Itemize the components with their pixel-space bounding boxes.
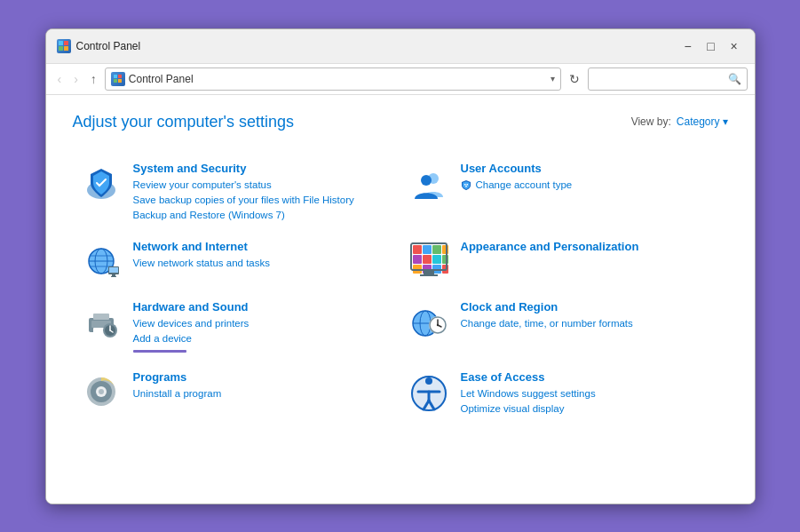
category-ease-of-access[interactable]: Ease of Access Let Windows suggest setti… — [400, 361, 728, 425]
system-security-icon — [80, 162, 123, 204]
svg-rect-23 — [111, 276, 116, 277]
ease-of-access-text: Ease of Access Let Windows suggest setti… — [461, 370, 596, 416]
suggest-settings-link[interactable]: Let Windows suggest settings — [461, 386, 596, 401]
address-dropdown-arrow[interactable]: ▾ — [550, 74, 555, 83]
network-status-link[interactable]: View network status and tasks — [133, 256, 270, 270]
maximize-button[interactable]: □ — [701, 36, 721, 56]
category-system-security[interactable]: System and Security Review your computer… — [73, 153, 400, 231]
svg-rect-12 — [466, 184, 468, 186]
uninstall-program-link[interactable]: Uninstall a program — [133, 386, 222, 401]
programs-title[interactable]: Programs — [133, 370, 222, 384]
search-icon[interactable]: 🔍 — [728, 73, 741, 85]
svg-rect-3 — [64, 46, 68, 51]
svg-rect-4 — [114, 75, 117, 78]
system-security-title[interactable]: System and Security — [133, 162, 354, 175]
view-by-arrow: ▾ — [723, 115, 728, 128]
svg-rect-11 — [464, 184, 466, 186]
review-status-link[interactable]: Review your computer's status — [133, 178, 354, 192]
svg-rect-0 — [59, 41, 63, 45]
user-accounts-text: User Accounts Change account type — [461, 162, 573, 192]
devices-printers-link[interactable]: View devices and printers — [133, 316, 250, 330]
window-controls: − □ × — [678, 36, 744, 56]
change-datetime-link[interactable]: Change date, time, or number formats — [461, 316, 633, 330]
svg-rect-38 — [420, 274, 438, 276]
appearance-text: Appearance and Personalization — [461, 240, 639, 256]
clock-region-links: Change date, time, or number formats — [461, 316, 633, 330]
search-input[interactable] — [594, 73, 728, 85]
clock-region-text: Clock and Region Change date, time, or n… — [461, 300, 633, 330]
svg-rect-7 — [118, 79, 122, 83]
search-bar[interactable]: 🔍 — [588, 67, 748, 91]
network-internet-title[interactable]: Network and Internet — [133, 240, 270, 253]
programs-icon — [80, 370, 123, 413]
clock-region-icon — [408, 300, 450, 343]
network-internet-text: Network and Internet View network status… — [133, 240, 270, 270]
clock-region-title[interactable]: Clock and Region — [461, 300, 633, 314]
navigation-bar: ‹ › ↑ Control Panel ▾ ↻ 🔍 — [46, 64, 755, 95]
appearance-icon — [408, 240, 450, 282]
optimize-display-link[interactable]: Optimize visual display — [461, 401, 596, 416]
svg-point-10 — [421, 175, 432, 186]
minimize-button[interactable]: − — [678, 36, 698, 56]
svg-point-55 — [436, 324, 438, 326]
user-accounts-title[interactable]: User Accounts — [461, 162, 573, 175]
svg-rect-22 — [112, 274, 115, 276]
svg-rect-2 — [59, 46, 63, 51]
title-bar: Control Panel − □ × — [46, 29, 755, 64]
category-user-accounts[interactable]: User Accounts Change account type — [400, 153, 728, 231]
hardware-sound-icon — [80, 300, 123, 343]
hardware-sound-title[interactable]: Hardware and Sound — [133, 300, 250, 314]
svg-rect-5 — [118, 75, 122, 78]
user-accounts-icon — [408, 162, 450, 204]
svg-rect-13 — [465, 186, 467, 187]
hardware-sound-links: View devices and printers Add a device — [133, 316, 250, 353]
svg-rect-24 — [413, 245, 422, 254]
svg-rect-29 — [423, 255, 432, 264]
change-account-type-link[interactable]: Change account type — [461, 178, 573, 192]
svg-rect-1 — [64, 41, 68, 45]
address-icon — [111, 72, 125, 86]
network-internet-icon — [80, 240, 123, 282]
hardware-sound-text: Hardware and Sound View devices and prin… — [133, 300, 250, 353]
address-bar[interactable]: Control Panel ▾ — [105, 67, 561, 91]
ease-of-access-links: Let Windows suggest settings Optimize vi… — [461, 386, 596, 416]
svg-rect-30 — [432, 255, 441, 264]
svg-point-59 — [99, 389, 104, 394]
forward-button[interactable]: › — [69, 69, 83, 89]
system-security-links: Review your computer's status Save backu… — [133, 178, 354, 222]
category-appearance[interactable]: Appearance and Personalization — [400, 231, 728, 291]
category-clock-region[interactable]: Clock and Region Change date, time, or n… — [400, 291, 728, 361]
svg-rect-25 — [423, 245, 432, 254]
category-network-internet[interactable]: Network and Internet View network status… — [73, 231, 400, 291]
backup-files-link[interactable]: Save backup copies of your files with Fi… — [133, 193, 354, 207]
svg-rect-21 — [109, 267, 118, 273]
refresh-button[interactable]: ↻ — [565, 69, 584, 89]
shield-badge-icon — [461, 179, 471, 190]
window-title: Control Panel — [76, 40, 678, 52]
back-button[interactable]: ‹ — [53, 69, 67, 89]
page-title: Adjust your computer's settings — [73, 113, 295, 131]
appearance-title[interactable]: Appearance and Personalization — [461, 240, 639, 253]
svg-rect-37 — [424, 270, 434, 274]
view-by-value-text: Category — [677, 115, 720, 128]
programs-text: Programs Uninstall a program — [133, 370, 222, 401]
close-button[interactable]: × — [725, 36, 744, 56]
category-hardware-sound[interactable]: Hardware and Sound View devices and prin… — [73, 291, 400, 361]
backup-restore-link[interactable]: Backup and Restore (Windows 7) — [133, 208, 354, 222]
svg-rect-26 — [432, 245, 441, 254]
control-panel-window: Control Panel − □ × ‹ › ↑ Control Panel … — [45, 28, 756, 504]
view-by-control: View by: Category ▾ — [631, 115, 728, 128]
system-security-text: System and Security Review your computer… — [133, 162, 354, 222]
add-device-link[interactable]: Add a device — [133, 331, 250, 345]
user-accounts-links: Change account type — [461, 178, 573, 192]
window-icon — [57, 39, 71, 53]
ease-of-access-title[interactable]: Ease of Access — [461, 370, 596, 384]
up-button[interactable]: ↑ — [86, 69, 101, 89]
svg-rect-28 — [413, 255, 422, 264]
categories-grid: System and Security Review your computer… — [73, 153, 728, 425]
svg-rect-6 — [114, 79, 117, 83]
ease-of-access-icon — [408, 370, 450, 413]
view-by-dropdown[interactable]: Category ▾ — [677, 115, 728, 128]
category-programs[interactable]: Programs Uninstall a program — [73, 361, 400, 425]
main-content: Adjust your computer's settings View by:… — [46, 95, 755, 504]
